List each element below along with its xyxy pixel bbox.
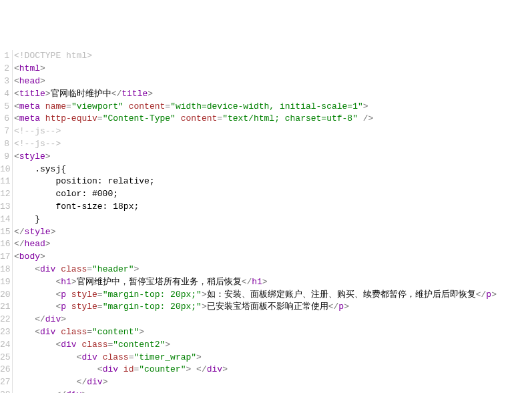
line-number: 20 (0, 289, 9, 302)
code-line[interactable]: </div> (14, 389, 532, 393)
line-number: 18 (0, 264, 9, 276)
line-number: 11 (0, 175, 9, 188)
line-number: 17 (0, 251, 9, 264)
code-editor[interactable]: 1234567891011121314151617181920212223242… (0, 50, 532, 393)
line-number: 21 (0, 301, 9, 314)
code-line[interactable]: <!DOCTYPE html> (14, 50, 532, 63)
line-number: 28 (0, 389, 9, 393)
code-line[interactable]: } (14, 214, 532, 226)
line-number: 7 (0, 125, 9, 138)
code-line[interactable]: .sysj{ (14, 163, 532, 176)
line-number: 27 (0, 376, 9, 389)
line-number: 26 (0, 364, 9, 376)
line-number: 1 (0, 50, 9, 63)
code-line[interactable]: <p style="margin-top: 20px;">已安装宝塔面板不影响正… (14, 301, 532, 314)
code-line[interactable]: <meta name="viewport" content="width=dev… (14, 101, 532, 113)
code-line[interactable]: color: #000; (14, 188, 532, 201)
code-line[interactable]: <body> (14, 251, 532, 264)
code-line[interactable]: <div class="content2"> (14, 339, 532, 352)
code-line[interactable]: <h1>官网维护中，暂停宝塔所有业务，稍后恢复</h1> (14, 276, 532, 289)
code-area[interactable]: <!DOCTYPE html><html><head><title>官网临时维护… (12, 50, 532, 393)
code-line[interactable]: </style> (14, 226, 532, 239)
line-number: 3 (0, 75, 9, 88)
code-line[interactable]: position: relative; (14, 175, 532, 188)
code-line[interactable]: <!--js--> (14, 125, 532, 138)
line-number-gutter: 1234567891011121314151617181920212223242… (0, 50, 12, 393)
line-number: 10 (0, 163, 9, 176)
code-line[interactable]: <p style="margin-top: 20px;">如：安装、面板绑定账户… (14, 289, 532, 302)
code-line[interactable]: <meta http-equiv="Content-Type" content=… (14, 113, 532, 125)
line-number: 4 (0, 88, 9, 101)
code-line[interactable]: <html> (14, 63, 532, 75)
code-line[interactable]: <div class="content"> (14, 326, 532, 339)
code-line[interactable]: <div class="timer_wrap"> (14, 352, 532, 364)
line-number: 16 (0, 238, 9, 251)
line-number: 23 (0, 326, 9, 339)
line-number: 12 (0, 188, 9, 201)
line-number: 6 (0, 113, 9, 125)
line-number: 2 (0, 63, 9, 75)
line-number: 24 (0, 339, 9, 352)
line-number: 25 (0, 352, 9, 364)
code-line[interactable]: <!--js--> (14, 138, 532, 151)
code-line[interactable]: <head> (14, 75, 532, 88)
line-number: 13 (0, 201, 9, 214)
code-line[interactable]: <div class="header"> (14, 264, 532, 276)
line-number: 14 (0, 214, 9, 226)
line-number: 8 (0, 138, 9, 151)
code-line[interactable]: </head> (14, 238, 532, 251)
line-number: 22 (0, 314, 9, 326)
code-line[interactable]: <style> (14, 151, 532, 163)
code-line[interactable]: </div> (14, 314, 532, 326)
line-number: 15 (0, 226, 9, 239)
code-line[interactable]: <title>官网临时维护中</title> (14, 88, 532, 101)
line-number: 5 (0, 101, 9, 113)
code-line[interactable]: </div> (14, 376, 532, 389)
code-line[interactable]: <div id="counter"> </div> (14, 364, 532, 376)
line-number: 9 (0, 151, 9, 163)
code-line[interactable]: font-size: 18px; (14, 201, 532, 214)
line-number: 19 (0, 276, 9, 289)
